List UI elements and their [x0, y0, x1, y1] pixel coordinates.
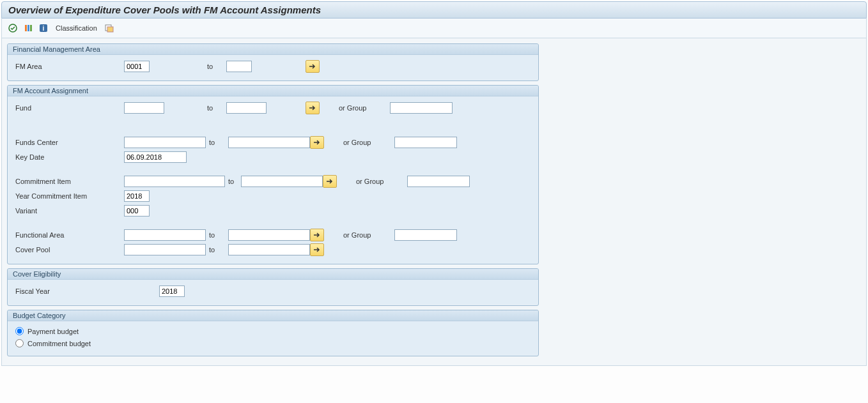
commitment-budget-radio[interactable] — [15, 339, 24, 347]
variant-input[interactable] — [124, 205, 150, 217]
to-label: to — [209, 139, 228, 146]
functional-area-label: Functional Area — [13, 231, 124, 239]
group-title-budget-category: Budget Category — [8, 310, 538, 321]
to-label: to — [225, 178, 241, 185]
group-fm-area: Financial Management Area FM Area to — [7, 43, 539, 81]
to-label: to — [207, 104, 226, 112]
funds-center-to-input[interactable] — [228, 137, 310, 148]
cover-pool-from-input[interactable] — [124, 244, 206, 255]
payment-budget-radio[interactable] — [15, 327, 24, 335]
variant-label: Variant — [13, 207, 124, 215]
fm-area-to-input[interactable] — [226, 61, 252, 72]
functional-area-to-input[interactable] — [228, 229, 310, 241]
cover-pool-label: Cover Pool — [13, 246, 124, 254]
fiscal-year-input[interactable] — [159, 285, 185, 297]
cover-pool-to-input[interactable] — [228, 244, 310, 255]
fund-label: Fund — [13, 104, 124, 112]
commitment-item-to-input[interactable] — [241, 176, 323, 187]
funds-center-multi-button[interactable] — [310, 136, 324, 149]
commitment-item-label: Commitment Item — [13, 178, 124, 185]
commitment-item-group-input[interactable] — [407, 176, 470, 187]
group-fm-account-assignment: FM Account Assignment Fund to or Group — [7, 85, 539, 264]
group-title-fm-account: FM Account Assignment — [8, 86, 538, 96]
year-commitment-item-input[interactable] — [124, 190, 150, 202]
or-group-label: or Group — [324, 231, 394, 239]
info-icon[interactable]: i — [38, 22, 49, 34]
functional-area-from-input[interactable] — [124, 229, 206, 241]
group-title-cover-eligibility: Cover Eligibility — [8, 269, 538, 280]
group-title-fm-area: Financial Management Area — [8, 44, 538, 55]
page-title: Overview of Expenditure Cover Pools with… — [1, 1, 867, 19]
fund-multi-button[interactable] — [306, 102, 320, 114]
fm-area-from-input[interactable] — [124, 61, 150, 72]
functional-area-group-input[interactable] — [394, 229, 457, 241]
fund-from-input[interactable] — [124, 102, 164, 114]
execute-icon[interactable] — [7, 22, 19, 34]
or-group-label: or Group — [324, 139, 394, 146]
to-label: to — [207, 63, 226, 70]
year-commitment-item-label: Year Commitment Item — [13, 192, 124, 200]
key-date-input[interactable] — [124, 151, 187, 163]
payment-budget-label: Payment budget — [27, 328, 79, 335]
group-budget-category: Budget Category Payment budget Commitmen… — [7, 310, 539, 356]
commitment-item-from-input[interactable] — [124, 176, 225, 187]
svg-rect-2 — [27, 25, 29, 31]
key-date-label: Key Date — [13, 153, 124, 161]
fm-area-label: FM Area — [13, 63, 124, 70]
dynamic-selection-icon[interactable] — [104, 22, 115, 34]
or-group-label: or Group — [320, 104, 390, 112]
fiscal-year-label: Fiscal Year — [13, 287, 159, 295]
commitment-budget-label: Commitment budget — [27, 340, 91, 347]
functional-area-multi-button[interactable] — [310, 229, 324, 241]
fm-area-multi-button[interactable] — [306, 60, 320, 73]
commitment-item-multi-button[interactable] — [323, 175, 337, 188]
funds-center-group-input[interactable] — [394, 137, 457, 148]
fund-group-input[interactable] — [390, 102, 453, 114]
funds-center-label: Funds Center — [13, 139, 124, 146]
or-group-label: or Group — [337, 178, 407, 185]
cover-pool-multi-button[interactable] — [310, 243, 324, 256]
to-label: to — [209, 246, 228, 254]
fund-to-input[interactable] — [226, 102, 267, 114]
group-cover-eligibility: Cover Eligibility Fiscal Year — [7, 268, 539, 306]
variants-icon[interactable] — [22, 22, 34, 34]
classification-button[interactable]: Classification — [53, 24, 100, 32]
funds-center-from-input[interactable] — [124, 137, 206, 148]
svg-text:i: i — [43, 25, 45, 32]
svg-rect-7 — [107, 27, 113, 32]
svg-rect-1 — [25, 25, 27, 31]
to-label: to — [209, 231, 228, 239]
svg-rect-3 — [30, 25, 32, 31]
content-area: Financial Management Area FM Area to FM … — [1, 38, 867, 366]
toolbar: i Classification © www.tutorialkart.com — [1, 19, 867, 38]
